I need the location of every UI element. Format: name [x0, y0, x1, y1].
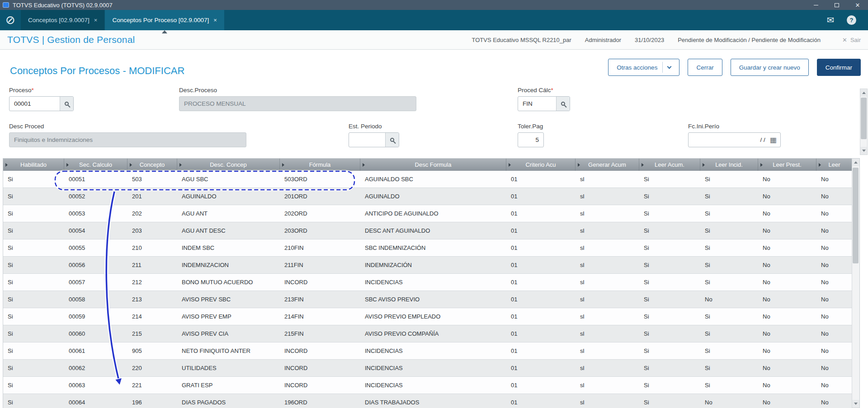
cell[interactable]: BONO MUTUO ACUERDO	[177, 274, 280, 291]
guardar-crear-nuevo-button[interactable]: Guardar y crear nuevo	[731, 59, 809, 76]
cell[interactable]: 00055	[64, 239, 127, 256]
cell[interactable]: Si	[639, 274, 700, 291]
cell[interactable]: AVISO PREVIO COMPAÑÍA	[360, 325, 506, 342]
cell[interactable]: 00052	[64, 188, 127, 205]
cell[interactable]: 196ORD	[280, 394, 360, 408]
cell[interactable]: No	[758, 308, 816, 325]
cell[interactable]: No	[816, 222, 853, 239]
cell[interactable]: 00062	[64, 360, 127, 376]
grid-scrollbar[interactable]	[852, 159, 859, 408]
cell[interactable]: No	[816, 360, 853, 376]
cell[interactable]: 213	[127, 291, 177, 308]
table-row[interactable]: Si00053202AGU ANT202ORDANTICIPO DE AGUIN…	[3, 205, 852, 222]
cell[interactable]: 210	[127, 239, 177, 256]
cell[interactable]: 212	[127, 274, 177, 291]
cell[interactable]: No	[758, 171, 816, 188]
cell[interactable]: No	[758, 188, 816, 205]
cell[interactable]: 211	[127, 257, 177, 273]
cell[interactable]: No	[758, 205, 816, 222]
cell[interactable]: sl	[576, 308, 639, 325]
cell[interactable]: INCORD	[280, 342, 360, 359]
cell[interactable]: 214FIN	[280, 308, 360, 325]
cell[interactable]: 01	[506, 257, 576, 273]
cell[interactable]: Si	[3, 257, 64, 273]
cell[interactable]: AVISO PREV CIA	[177, 325, 280, 342]
cell[interactable]: Si	[700, 171, 758, 188]
cell[interactable]: Si	[700, 274, 758, 291]
cell[interactable]: No	[816, 188, 853, 205]
cell[interactable]: Si	[3, 171, 64, 188]
cell[interactable]: Si	[700, 257, 758, 273]
cell[interactable]: Si	[639, 342, 700, 359]
cell[interactable]: 00061	[64, 342, 127, 359]
cell[interactable]: 01	[506, 291, 576, 308]
cell[interactable]: No	[816, 257, 853, 273]
cell[interactable]: ANTICIPO DE AGUINALDO	[360, 205, 506, 222]
table-row[interactable]: Si00062220UTILIDADESINCORDINCIDENCIAS01s…	[3, 360, 852, 377]
cell[interactable]: INCIDENCIAS	[360, 342, 506, 359]
cell[interactable]: 220	[127, 360, 177, 376]
cell[interactable]: 01	[506, 377, 576, 394]
cell[interactable]: Si	[639, 222, 700, 239]
cell[interactable]: Si	[3, 325, 64, 342]
cell[interactable]: SBC AVISO PREVIO	[360, 291, 506, 308]
cell[interactable]: No	[758, 291, 816, 308]
cell[interactable]: SBC INDEMNIZACIÓN	[360, 239, 506, 256]
cell[interactable]: 201	[127, 188, 177, 205]
cell[interactable]: Si	[700, 222, 758, 239]
cell[interactable]: Si	[3, 360, 64, 376]
minimize-button[interactable]	[806, 0, 826, 10]
cell[interactable]: Si	[639, 377, 700, 394]
cell[interactable]: INDEM SBC	[177, 239, 280, 256]
cell[interactable]: No	[700, 291, 758, 308]
proced-calc-lookup-button[interactable]	[556, 97, 570, 111]
cell[interactable]: No	[816, 342, 853, 359]
cell[interactable]: INCORD	[280, 274, 360, 291]
table-row[interactable]: Si00061905NETO FINIQUITO ANTERINCORDINCI…	[3, 342, 852, 360]
scroll-down-button[interactable]	[852, 400, 859, 408]
sair-button[interactable]: ✕ Sair	[842, 37, 861, 43]
column-header[interactable]: Leer Incid.	[700, 159, 758, 171]
help-icon[interactable]: ?	[847, 15, 856, 25]
cell[interactable]: Si	[700, 377, 758, 394]
cell[interactable]: DESC ANT AGUINALDO	[360, 222, 506, 239]
cell[interactable]: 01	[506, 308, 576, 325]
table-row[interactable]: Si00064196DIAS PAGADOS196ORDDIAS TRABAJA…	[3, 394, 852, 408]
scroll-down-button[interactable]	[860, 147, 867, 155]
cell[interactable]: 203ORD	[280, 222, 360, 239]
column-header[interactable]: Concepto	[127, 159, 177, 171]
cell[interactable]: No	[758, 342, 816, 359]
column-header[interactable]: Leer	[816, 159, 853, 171]
tab-close-icon[interactable]: ×	[94, 17, 98, 23]
cell[interactable]: 202	[127, 205, 177, 222]
est-periodo-input[interactable]	[349, 132, 399, 147]
column-header[interactable]: Leer Acum.	[639, 159, 700, 171]
cell[interactable]: Si	[3, 308, 64, 325]
cell[interactable]: No	[700, 394, 758, 408]
cell[interactable]: Si	[639, 171, 700, 188]
cell[interactable]: AGUINALDO	[360, 188, 506, 205]
cell[interactable]: Si	[3, 274, 64, 291]
page-scrollbar[interactable]	[860, 89, 868, 155]
cerrar-button[interactable]: Cerrar	[688, 59, 722, 76]
cell[interactable]: No	[816, 274, 853, 291]
cell[interactable]: sl	[576, 342, 639, 359]
cell[interactable]: sl	[576, 274, 639, 291]
cell[interactable]: No	[816, 377, 853, 394]
cell[interactable]: AVISO PREVIO EMPLEADO	[360, 308, 506, 325]
cell[interactable]: 201ORD	[280, 188, 360, 205]
cell[interactable]: 215	[127, 325, 177, 342]
cell[interactable]: 00054	[64, 222, 127, 239]
cell[interactable]: 00060	[64, 325, 127, 342]
proceso-lookup-button[interactable]	[60, 97, 73, 111]
column-header[interactable]: Generar Acum	[576, 159, 639, 171]
cell[interactable]: No	[816, 171, 853, 188]
cell[interactable]: 00053	[64, 205, 127, 222]
cell[interactable]: AVISO PREV SBC	[177, 291, 280, 308]
cell[interactable]: 213FIN	[280, 291, 360, 308]
cell[interactable]: No	[816, 291, 853, 308]
cell[interactable]: Si	[639, 325, 700, 342]
scroll-thumb[interactable]	[861, 98, 867, 139]
cell[interactable]: No	[816, 308, 853, 325]
cell[interactable]: Si	[700, 325, 758, 342]
